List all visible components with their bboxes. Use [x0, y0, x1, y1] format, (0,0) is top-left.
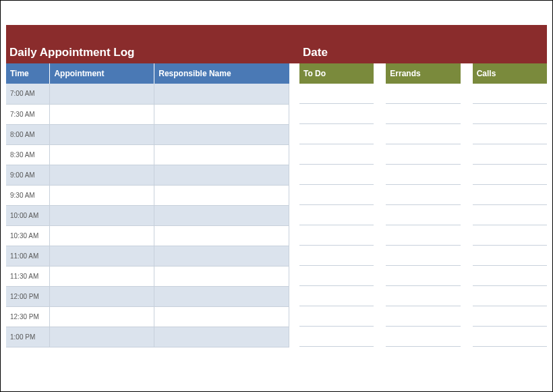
errands-row[interactable]	[386, 144, 460, 165]
cell-appointment[interactable]	[50, 185, 154, 205]
table-row: 11:00 AM	[6, 246, 289, 266]
calls-row[interactable]	[473, 225, 547, 246]
cell-responsible[interactable]	[154, 246, 289, 266]
errands-row[interactable]	[386, 104, 460, 124]
todo-row[interactable]	[299, 144, 374, 165]
table-row: 12:00 PM	[6, 286, 289, 306]
todo-row[interactable]	[299, 205, 374, 225]
table-row: 9:30 AM	[6, 185, 289, 205]
cell-appointment[interactable]	[50, 205, 154, 225]
cell-responsible[interactable]	[154, 225, 289, 246]
todo-row[interactable]	[299, 266, 374, 286]
todo-row[interactable]	[299, 165, 374, 185]
cell-time: 11:00 AM	[6, 246, 50, 266]
calls-row[interactable]	[473, 185, 547, 205]
table-row: 10:30 AM	[6, 225, 289, 246]
errands-column: Errands	[386, 63, 460, 347]
todo-row[interactable]	[299, 286, 374, 306]
cell-appointment[interactable]	[50, 84, 154, 104]
errands-header: Errands	[386, 63, 460, 84]
table-row: 1:00 PM	[6, 327, 289, 347]
cell-appointment[interactable]	[50, 286, 154, 306]
todo-column: To Do	[299, 63, 374, 347]
cell-time: 10:00 AM	[6, 205, 50, 225]
calls-row[interactable]	[473, 124, 547, 144]
cell-appointment[interactable]	[50, 124, 154, 144]
todo-row[interactable]	[299, 84, 374, 104]
cell-responsible[interactable]	[154, 144, 289, 165]
errands-row[interactable]	[386, 165, 460, 185]
errands-row[interactable]	[386, 124, 460, 144]
calls-row[interactable]	[473, 165, 547, 185]
cell-time: 10:30 AM	[6, 225, 50, 246]
errands-row[interactable]	[386, 84, 460, 104]
cell-time: 1:00 PM	[6, 327, 50, 347]
calls-row[interactable]	[473, 286, 547, 306]
cell-appointment[interactable]	[50, 246, 154, 266]
calls-row[interactable]	[473, 327, 547, 347]
errands-row[interactable]	[386, 327, 460, 347]
todo-row[interactable]	[299, 327, 374, 347]
cell-time: 11:30 AM	[6, 266, 50, 286]
cell-time: 7:30 AM	[6, 104, 50, 124]
todo-row[interactable]	[299, 104, 374, 124]
table-row: 9:00 AM	[6, 165, 289, 185]
cell-time: 12:00 PM	[6, 286, 50, 306]
cell-appointment[interactable]	[50, 327, 154, 347]
cell-responsible[interactable]	[154, 327, 289, 347]
todo-header: To Do	[299, 63, 374, 84]
calls-row[interactable]	[473, 246, 547, 266]
cell-responsible[interactable]	[154, 205, 289, 225]
calls-row[interactable]	[473, 84, 547, 104]
cell-appointment[interactable]	[50, 266, 154, 286]
todo-row[interactable]	[299, 246, 374, 266]
col-header-appointment: Appointment	[50, 63, 154, 84]
todo-row[interactable]	[299, 306, 374, 327]
errands-row[interactable]	[386, 246, 460, 266]
cell-responsible[interactable]	[154, 104, 289, 124]
errands-row[interactable]	[386, 286, 460, 306]
cell-responsible[interactable]	[154, 286, 289, 306]
todo-row[interactable]	[299, 225, 374, 246]
cell-appointment[interactable]	[50, 306, 154, 327]
header-date-label: Date	[303, 46, 328, 59]
cell-responsible[interactable]	[154, 124, 289, 144]
table-row: 10:00 AM	[6, 205, 289, 225]
calls-row[interactable]	[473, 306, 547, 327]
calls-row[interactable]	[473, 266, 547, 286]
table-row: 7:30 AM	[6, 104, 289, 124]
cell-time: 7:00 AM	[6, 84, 50, 104]
cell-appointment[interactable]	[50, 165, 154, 185]
errands-row[interactable]	[386, 185, 460, 205]
errands-row[interactable]	[386, 205, 460, 225]
appointment-table: Time Appointment Responsible Name 7:00 A…	[6, 63, 289, 347]
calls-row[interactable]	[473, 104, 547, 124]
errands-row[interactable]	[386, 306, 460, 327]
table-row: 8:00 AM	[6, 124, 289, 144]
table-row: 7:00 AM	[6, 84, 289, 104]
cell-appointment[interactable]	[50, 225, 154, 246]
errands-row[interactable]	[386, 225, 460, 246]
todo-row[interactable]	[299, 124, 374, 144]
todo-row[interactable]	[299, 185, 374, 205]
errands-row[interactable]	[386, 266, 460, 286]
cell-time: 8:00 AM	[6, 124, 50, 144]
cell-responsible[interactable]	[154, 165, 289, 185]
calls-header: Calls	[473, 63, 547, 84]
page-content: Daily Appointment Log Date Time Appointm…	[6, 6, 547, 386]
main-content: Time Appointment Responsible Name 7:00 A…	[6, 63, 547, 347]
table-row: 12:30 PM	[6, 306, 289, 327]
table-row: 8:30 AM	[6, 144, 289, 165]
cell-responsible[interactable]	[154, 84, 289, 104]
calls-column: Calls	[473, 63, 547, 347]
calls-row[interactable]	[473, 205, 547, 225]
col-header-time: Time	[6, 63, 50, 84]
page-border: Daily Appointment Log Date Time Appointm…	[0, 0, 553, 392]
cell-responsible[interactable]	[154, 266, 289, 286]
cell-responsible[interactable]	[154, 185, 289, 205]
cell-responsible[interactable]	[154, 306, 289, 327]
cell-time: 12:30 PM	[6, 306, 50, 327]
calls-row[interactable]	[473, 144, 547, 165]
cell-appointment[interactable]	[50, 144, 154, 165]
cell-appointment[interactable]	[50, 104, 154, 124]
